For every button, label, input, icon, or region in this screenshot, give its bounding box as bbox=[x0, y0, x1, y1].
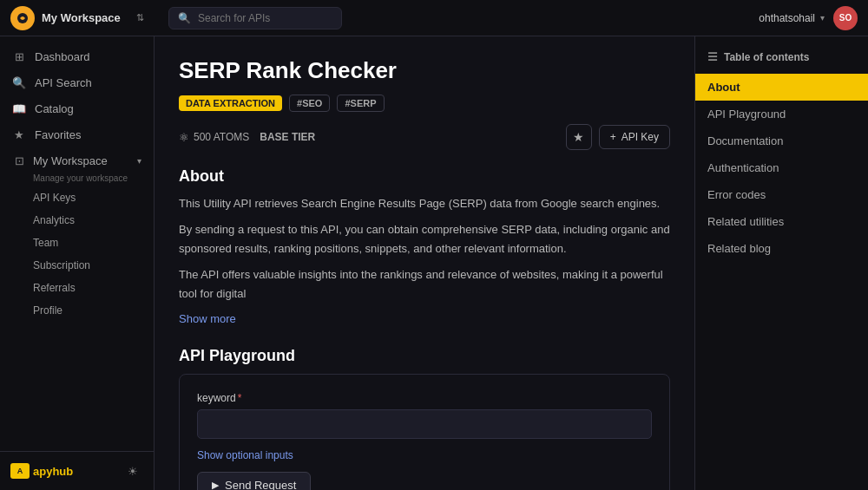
api-key-icon: + bbox=[610, 131, 616, 143]
about-paragraph-1: This Utility API retrieves Search Engine… bbox=[179, 194, 670, 213]
atoms-badge: ⚛ 500 ATOMS bbox=[179, 131, 249, 144]
main-layout: ⊞ Dashboard 🔍 API Search 📖 Catalog ★ Fav… bbox=[0, 36, 868, 490]
toc-header: ☰ Table of contents bbox=[695, 50, 868, 74]
toc-item-error-codes[interactable]: Error codes bbox=[695, 181, 868, 208]
workspace-icon: ⊡ bbox=[12, 154, 26, 167]
sidebar-item-dashboard-label: Dashboard bbox=[35, 50, 90, 63]
sidebar-item-catalog[interactable]: 📖 Catalog bbox=[0, 95, 154, 121]
about-paragraph-3: The API offers valuable insights into th… bbox=[179, 265, 670, 304]
workspace-name-label: My Workspace bbox=[42, 11, 129, 24]
page-title: SERP Rank Checker bbox=[179, 57, 670, 84]
sidebar-item-team[interactable]: Team bbox=[0, 232, 154, 254]
keyword-field-label: keyword* bbox=[197, 392, 652, 404]
sidebar: ⊞ Dashboard 🔍 API Search 📖 Catalog ★ Fav… bbox=[0, 36, 155, 490]
workspace-expand-icon: ▾ bbox=[137, 156, 141, 166]
theme-toggle-button[interactable]: ☀ bbox=[122, 461, 143, 481]
toc-item-related-utilities[interactable]: Related utilities bbox=[695, 208, 868, 235]
show-optional-link[interactable]: Show optional inputs bbox=[197, 449, 652, 461]
toc-item-related-blog[interactable]: Related blog bbox=[695, 235, 868, 262]
apyhub-logo: A apyhub bbox=[10, 463, 73, 479]
playground-heading: API Playground bbox=[179, 347, 670, 365]
search-input[interactable] bbox=[198, 12, 319, 24]
user-dropdown[interactable]: ohthatsohail ▾ bbox=[759, 12, 825, 24]
sidebar-nav: ⊞ Dashboard 🔍 API Search 📖 Catalog ★ Fav… bbox=[0, 36, 154, 451]
user-name-label: ohthatsohail bbox=[759, 12, 815, 24]
user-initials: SO bbox=[839, 13, 852, 23]
tag-data-extraction: DATA EXTRACTION bbox=[179, 95, 282, 111]
sidebar-item-favorites[interactable]: ★ Favorites bbox=[0, 121, 154, 147]
required-indicator: * bbox=[238, 392, 242, 404]
user-area: ohthatsohail ▾ SO bbox=[759, 6, 858, 30]
toc-sidebar: ☰ Table of contents About API Playground… bbox=[694, 36, 868, 490]
toc-item-documentation[interactable]: Documentation bbox=[695, 127, 868, 154]
sidebar-item-subscription[interactable]: Subscription bbox=[0, 254, 154, 277]
favorite-button[interactable]: ★ bbox=[566, 124, 592, 150]
user-dropdown-chevron-icon: ▾ bbox=[820, 13, 825, 23]
sidebar-workspace-section: ⊡ My Workspace ▾ Manage your workspace A… bbox=[0, 147, 154, 325]
playground-section: API Playground keyword* Show optional in… bbox=[179, 347, 670, 490]
api-search-icon: 🔍 bbox=[12, 75, 26, 89]
workspace-selector[interactable]: My Workspace ⇅ bbox=[0, 6, 155, 30]
apyhub-logo-text: apyhub bbox=[33, 465, 73, 478]
play-icon: ▶ bbox=[212, 480, 219, 490]
about-heading: About bbox=[179, 167, 670, 186]
sidebar-workspace-sublabel: Manage your workspace bbox=[0, 173, 154, 186]
sidebar-item-profile[interactable]: Profile bbox=[0, 299, 154, 322]
send-request-label: Send Request bbox=[225, 479, 296, 490]
workspace-chevron-icon: ⇅ bbox=[136, 12, 144, 23]
sidebar-item-api-search[interactable]: 🔍 API Search bbox=[0, 69, 154, 95]
atoms-count: 500 ATOMS bbox=[194, 131, 249, 143]
toc-header-label: Table of contents bbox=[724, 51, 809, 63]
meta-row: ⚛ 500 ATOMS BASE TIER ★ + API Key bbox=[179, 124, 670, 150]
toc-icon: ☰ bbox=[707, 50, 718, 63]
keyword-input[interactable] bbox=[197, 409, 652, 439]
dashboard-icon: ⊞ bbox=[12, 49, 26, 63]
user-avatar[interactable]: SO bbox=[833, 6, 858, 30]
api-key-label: API Key bbox=[621, 131, 659, 143]
sidebar-item-dashboard[interactable]: ⊞ Dashboard bbox=[0, 43, 154, 69]
search-icon: 🔍 bbox=[178, 12, 191, 24]
sidebar-workspace-header[interactable]: ⊡ My Workspace ▾ bbox=[0, 147, 154, 173]
tag-serp: #SERP bbox=[337, 95, 384, 112]
sidebar-item-analytics[interactable]: Analytics bbox=[0, 209, 154, 232]
sidebar-item-api-keys[interactable]: API Keys bbox=[0, 186, 154, 209]
show-more-link[interactable]: Show more bbox=[179, 312, 236, 325]
search-box[interactable]: 🔍 bbox=[168, 7, 342, 29]
topbar: My Workspace ⇅ 🔍 ohthatsohail ▾ SO bbox=[0, 0, 868, 36]
toc-item-authentication[interactable]: Authentication bbox=[695, 154, 868, 181]
toc-item-about[interactable]: About bbox=[695, 74, 868, 101]
api-key-button[interactable]: + API Key bbox=[599, 125, 670, 149]
sidebar-item-favorites-label: Favorites bbox=[35, 128, 81, 141]
tag-seo: #SEO bbox=[289, 95, 330, 112]
sidebar-item-referrals[interactable]: Referrals bbox=[0, 277, 154, 299]
toc-item-api-playground[interactable]: API Playground bbox=[695, 101, 868, 127]
favorites-icon: ★ bbox=[12, 127, 26, 141]
sidebar-workspace-label: My Workspace bbox=[33, 154, 108, 167]
sidebar-bottom: A apyhub ☀ bbox=[0, 451, 154, 490]
workspace-logo-icon bbox=[10, 6, 35, 30]
sidebar-item-api-search-label: API Search bbox=[35, 76, 92, 89]
catalog-icon: 📖 bbox=[12, 101, 26, 115]
send-request-button[interactable]: ▶ Send Request bbox=[197, 472, 311, 490]
sidebar-item-catalog-label: Catalog bbox=[35, 102, 74, 115]
tier-badge: BASE TIER bbox=[260, 131, 315, 143]
content-area: SERP Rank Checker DATA EXTRACTION #SEO #… bbox=[155, 36, 694, 490]
apyhub-logo-icon: A bbox=[10, 463, 30, 479]
search-area: 🔍 bbox=[155, 7, 759, 29]
meta-actions: ★ + API Key bbox=[566, 124, 670, 150]
theme-icon: ☀ bbox=[128, 465, 138, 478]
playground-box: keyword* Show optional inputs ▶ Send Req… bbox=[179, 374, 670, 490]
about-paragraph-2: By sending a request to this API, you ca… bbox=[179, 220, 670, 258]
tag-row: DATA EXTRACTION #SEO #SERP bbox=[179, 95, 670, 112]
sidebar-sub-items: API Keys Analytics Team Subscription Ref… bbox=[0, 186, 154, 322]
atoms-icon: ⚛ bbox=[179, 131, 189, 144]
